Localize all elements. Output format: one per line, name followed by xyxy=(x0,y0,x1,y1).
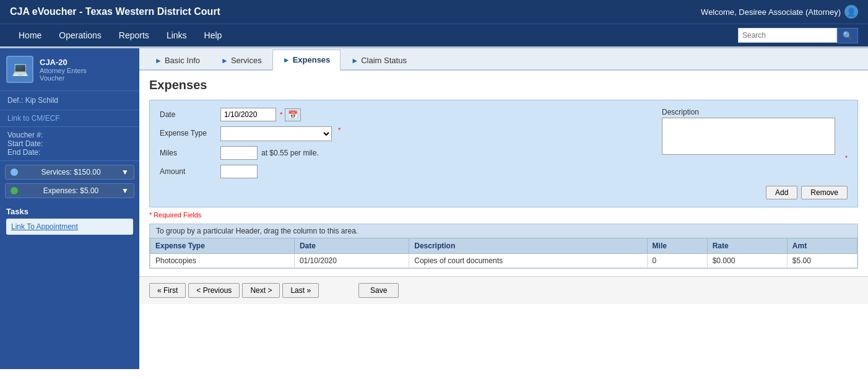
sidebar-voucher-type: CJA-20 xyxy=(40,58,87,67)
row-description: Copies of court documents xyxy=(409,254,647,268)
date-label: Date xyxy=(160,108,215,119)
expenses-dropdown-dot xyxy=(11,187,18,194)
nav-bar: Home Operations Reports Links Help 🔍 xyxy=(0,24,868,46)
description-required-star: * xyxy=(663,155,848,162)
sidebar-subtitle2: Voucher xyxy=(40,74,87,82)
tab-basic-info-label: Basic Info xyxy=(165,56,200,65)
tab-basic-info[interactable]: ► Basic Info xyxy=(144,50,210,71)
user-welcome-text: Welcome, Desiree Associate (Attorney) xyxy=(701,7,841,17)
top-header: CJA eVoucher - Texas Western District Co… xyxy=(0,0,868,24)
amount-label: Amount xyxy=(160,165,215,176)
remove-button[interactable]: Remove xyxy=(801,186,848,199)
table-row: Photocopies 01/10/2020 Copies of court d… xyxy=(150,254,857,268)
nav-links-item[interactable]: Links xyxy=(158,24,196,46)
search-button[interactable]: 🔍 xyxy=(837,28,858,43)
form-right: Description * xyxy=(662,108,848,162)
tasks-box: Link To Appointment xyxy=(6,219,133,235)
previous-button[interactable]: < Previous xyxy=(188,283,240,298)
calendar-button[interactable]: 📅 xyxy=(285,108,301,121)
services-dropdown[interactable]: Services: $150.00 ▼ xyxy=(5,165,134,180)
col-description: Description xyxy=(409,238,647,254)
date-row: Date * 📅 xyxy=(160,108,649,121)
amount-input[interactable] xyxy=(220,165,258,178)
services-dropdown-label: Services: $150.00 xyxy=(41,168,101,176)
expenses-dropdown[interactable]: Expenses: $5.00 ▼ xyxy=(5,183,134,198)
nav-reports[interactable]: Reports xyxy=(110,24,158,46)
description-label: Description xyxy=(662,108,848,116)
search-input[interactable] xyxy=(738,28,837,43)
tab-expenses-label: Expenses xyxy=(293,55,331,64)
sidebar-voucher-info: CJA-20 Attorney Enters Voucher xyxy=(40,58,87,82)
miles-row: Miles at $0.55 per mile. xyxy=(160,146,649,160)
first-button[interactable]: « First xyxy=(149,283,186,298)
tabs: ► Basic Info ► Services ► Expenses ► Cla… xyxy=(139,48,868,71)
date-input-group: * 📅 xyxy=(220,108,301,121)
nav-help[interactable]: Help xyxy=(196,24,231,46)
description-textarea[interactable] xyxy=(662,118,835,155)
row-amt: $5.00 xyxy=(787,254,857,268)
content-area: ► Basic Info ► Services ► Expenses ► Cla… xyxy=(139,48,868,369)
expense-type-required-star: * xyxy=(338,126,341,134)
link-to-appointment[interactable]: Link To Appointment xyxy=(11,222,78,231)
miles-input[interactable] xyxy=(220,146,258,160)
next-button[interactable]: Next > xyxy=(242,283,280,298)
user-avatar-icon: 👤 xyxy=(844,5,858,19)
services-dropdown-arrow: ▼ xyxy=(121,168,129,176)
miles-note: at $0.55 per mile. xyxy=(261,149,319,157)
nav-home[interactable]: Home xyxy=(10,24,50,46)
sidebar-defendant: Def.: Kip Schild xyxy=(0,91,139,110)
drag-hint: To group by a particular Header, drag th… xyxy=(150,224,857,238)
col-date: Date xyxy=(294,238,409,254)
sidebar-subtitle1: Attorney Enters xyxy=(40,67,87,74)
col-expense-type: Expense Type xyxy=(150,238,295,254)
table-header-row: Expense Type Date Description Mile Rate … xyxy=(150,238,857,254)
sidebar: 💻 CJA-20 Attorney Enters Voucher Def.: K… xyxy=(0,48,139,369)
expenses-dropdown-arrow: ▼ xyxy=(121,186,129,195)
expenses-title: Expenses xyxy=(149,78,858,92)
row-date: 01/10/2020 xyxy=(294,254,409,268)
form-left: Date * 📅 Expense Type xyxy=(160,108,649,183)
expense-type-label: Expense Type xyxy=(160,126,215,137)
expenses-dropdown-label: Expenses: $5.00 xyxy=(43,186,98,195)
sidebar-voucher-icon: 💻 xyxy=(6,56,33,83)
required-note: * Required Fields xyxy=(149,211,858,219)
table-header: Expense Type Date Description Mile Rate … xyxy=(150,238,857,254)
user-info: Welcome, Desiree Associate (Attorney) 👤 xyxy=(701,5,858,19)
date-required-star: * xyxy=(280,111,282,118)
tab-claim-status[interactable]: ► Claim Status xyxy=(341,50,417,71)
tab-expenses-arrow: ► xyxy=(283,56,290,64)
sidebar-header: 💻 CJA-20 Attorney Enters Voucher xyxy=(0,48,139,91)
add-remove-row: Add Remove xyxy=(160,186,848,199)
tab-services[interactable]: ► Services xyxy=(210,50,272,71)
tab-services-arrow: ► xyxy=(221,56,228,65)
nav-links: Home Operations Reports Links Help xyxy=(10,24,230,46)
start-date-label: Start Date: xyxy=(7,139,132,148)
amount-row: Amount xyxy=(160,165,649,178)
form-columns: Date * 📅 Expense Type xyxy=(160,108,848,183)
expenses-grid: To group by a particular Header, drag th… xyxy=(149,224,858,269)
sidebar-voucher-number: Voucher #: Start Date: End Date: xyxy=(0,127,139,161)
tasks-label: Tasks xyxy=(6,207,133,216)
tab-expenses[interactable]: ► Expenses xyxy=(272,50,341,71)
bottom-nav: « First < Previous Next > Last » Save xyxy=(139,276,868,304)
expenses-content: Expenses Date * 📅 xyxy=(139,71,868,276)
expense-type-row: Expense Type Photocopies Travel * xyxy=(160,126,649,141)
sidebar-cm-ecf: Link to CM/ECF xyxy=(0,110,139,127)
expenses-form-panel: Date * 📅 Expense Type xyxy=(149,100,858,207)
nav-operations[interactable]: Operations xyxy=(50,24,110,46)
tasks-section: Tasks Link To Appointment xyxy=(0,202,139,240)
table-body: Photocopies 01/10/2020 Copies of court d… xyxy=(150,254,857,268)
expense-type-select[interactable]: Photocopies Travel xyxy=(220,126,332,141)
services-dropdown-dot xyxy=(11,168,18,176)
last-button[interactable]: Last » xyxy=(282,283,319,298)
date-input[interactable] xyxy=(220,108,276,121)
cm-ecf-link[interactable]: Link to CM/ECF xyxy=(7,114,60,123)
add-button[interactable]: Add xyxy=(766,186,797,199)
main-layout: 💻 CJA-20 Attorney Enters Voucher Def.: K… xyxy=(0,47,868,369)
expenses-table: Expense Type Date Description Mile Rate … xyxy=(150,238,857,268)
app-title: CJA eVoucher - Texas Western District Co… xyxy=(10,6,220,17)
description-section: Description * xyxy=(662,108,848,162)
save-button[interactable]: Save xyxy=(358,283,399,298)
row-rate: $0.000 xyxy=(707,254,787,268)
tab-claim-status-arrow: ► xyxy=(351,56,358,65)
